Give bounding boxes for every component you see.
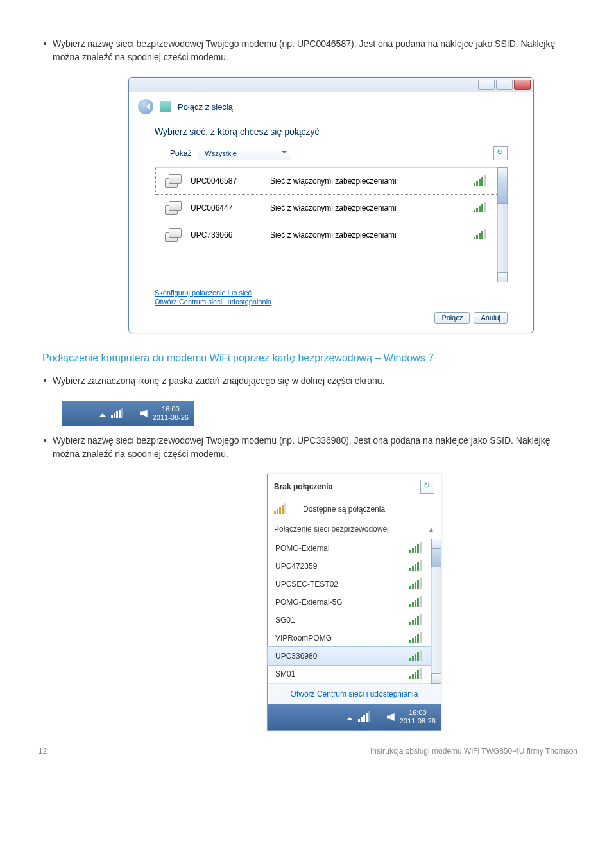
wifi-row[interactable]: UPC472359 <box>268 557 441 575</box>
tray-clock[interactable]: 16:00 2011-08-26 <box>153 405 189 422</box>
network-desc: Sieć z włączonymi zabezpieczeniami <box>270 230 465 239</box>
filter-select[interactable]: Wszystkie <box>198 146 291 160</box>
wifi-name: UPCSEC-TEST02 <box>275 580 409 589</box>
signal-icon <box>409 652 422 661</box>
scroll-up-arrow[interactable] <box>497 167 508 177</box>
available-label: Dostępne są połączenia <box>303 505 385 514</box>
wifi-row[interactable]: POMG-External-5G <box>268 593 441 611</box>
scroll-down-arrow[interactable] <box>497 272 508 282</box>
filter-row: Pokaż Wszystkie <box>170 146 508 160</box>
network-flyout: Brak połączenia Dostępne są połączenia P… <box>267 474 441 731</box>
dialog-title: Połącz z siecią <box>178 102 233 112</box>
tray-date: 2011-08-26 <box>400 717 436 725</box>
bullet-item: Wybierz zaznaczoną ikonę z paska zadań z… <box>44 374 578 388</box>
signal-warning-icon <box>274 505 286 514</box>
window-titlebar <box>129 78 533 92</box>
scroll-up-arrow[interactable] <box>431 539 441 549</box>
minimize-button[interactable] <box>478 80 495 90</box>
dialog-prompt: Wybierz sieć, z którą chcesz się połączy… <box>155 126 508 137</box>
cancel-button[interactable]: Anuluj <box>474 312 508 324</box>
volume-tray-icon[interactable] <box>387 713 395 721</box>
scrollbar[interactable] <box>497 168 507 282</box>
available-row: Dostępne są połączenia <box>268 499 441 519</box>
wifi-row[interactable]: UPCSEC-TEST02 <box>268 575 441 593</box>
wifi-row[interactable]: SG01 <box>268 611 441 629</box>
wireless-section-header[interactable]: Połączenie sieci bezprzewodowej ▲ <box>268 519 441 539</box>
network-tray-icon[interactable] <box>111 409 123 418</box>
network-desc: Sieć z włączonymi zabezpieczeniami <box>270 177 465 186</box>
network-ssid: UPC0046587 <box>191 177 261 186</box>
network-wizard-icon <box>160 101 171 112</box>
wifi-row[interactable]: POMG-External <box>268 539 441 557</box>
scroll-track[interactable] <box>498 204 507 273</box>
signal-icon <box>474 230 486 239</box>
scroll-thumb[interactable] <box>497 177 508 204</box>
dialog-header: Połącz z siecią <box>129 92 533 121</box>
signal-icon <box>409 580 422 589</box>
open-network-center-link[interactable]: Otwórz Centrum sieci i udostępniania <box>155 298 508 306</box>
show-hidden-icons[interactable] <box>99 410 106 417</box>
scroll-track[interactable] <box>432 567 441 674</box>
network-tray-icon[interactable] <box>358 713 370 722</box>
paragraph-3: Wybierz nazwę sieci bezprzewodowej Twoje… <box>53 434 578 461</box>
back-button[interactable] <box>138 99 153 114</box>
scroll-thumb[interactable] <box>431 548 441 567</box>
wifi-list: POMG-External UPC472359 UPCSEC-TEST02 PO… <box>268 539 441 683</box>
wifi-name: UPC336980 <box>275 652 409 661</box>
tray-clock[interactable]: 16:00 2011-08-26 <box>400 709 436 725</box>
filter-label: Pokaż <box>170 149 191 158</box>
network-desc: Sieć z włączonymi zabezpieczeniami <box>270 204 465 212</box>
refresh-button[interactable] <box>493 146 508 160</box>
refresh-button[interactable] <box>420 480 434 494</box>
tray-date: 2011-08-26 <box>153 413 189 422</box>
network-ssid: UPC733066 <box>191 230 261 239</box>
wifi-name: POMG-External <box>275 544 409 553</box>
dialog-links: Skonfiguruj połaczenie lub sieć Otwórz C… <box>155 289 508 306</box>
network-row[interactable]: UPC733066 Sieć z włączonymi zabezpieczen… <box>155 221 507 248</box>
bullet-dot <box>44 439 46 442</box>
network-row[interactable]: UPC006447 Sieć z włączonymi zabezpieczen… <box>155 195 507 221</box>
signal-icon <box>474 204 486 212</box>
network-row[interactable]: UPC0046587 Sieć z włączonymi zabezpiecze… <box>155 168 507 195</box>
paragraph-1: Wybierz nazwę sieci bezprzewodowej Twoje… <box>53 37 578 64</box>
tray-time: 16:00 <box>400 709 436 717</box>
maximize-button[interactable] <box>496 80 513 90</box>
wifi-name: UPC472359 <box>275 562 409 571</box>
connect-button[interactable]: Połącz <box>434 312 470 324</box>
paragraph-2: Wybierz zaznaczoną ikonę z paska zadań z… <box>53 374 384 388</box>
flyout-taskbar: 16:00 2011-08-26 <box>268 704 441 730</box>
network-ssid: UPC006447 <box>191 204 261 212</box>
taskbar-tray: 16:00 2011-08-26 <box>62 401 194 426</box>
volume-tray-icon[interactable] <box>140 410 148 417</box>
section-heading-win7: Podłączenie komputera do modemu WiFi pop… <box>42 352 578 364</box>
show-hidden-icons[interactable] <box>346 714 353 720</box>
open-network-center-link[interactable]: Otwórz Centrum sieci i udostępniania <box>268 683 441 704</box>
bullet-dot <box>44 42 46 45</box>
scroll-down-arrow[interactable] <box>431 673 441 684</box>
network-adapter-icon <box>165 228 182 242</box>
network-adapter-icon <box>165 201 182 215</box>
bullet-item: Wybierz nazwę sieci bezprzewodowej Twoje… <box>44 37 578 64</box>
signal-icon <box>474 177 486 186</box>
filter-value: Wszystkie <box>205 150 237 157</box>
wifi-row[interactable]: UPC336980 <box>267 646 441 666</box>
wifi-name: POMG-External-5G <box>275 598 409 607</box>
wifi-name: VIPRoomPOMG <box>275 634 409 643</box>
wifi-row[interactable]: VIPRoomPOMG <box>268 629 441 647</box>
wifi-name: SG01 <box>275 616 409 625</box>
network-list: UPC0046587 Sieć z włączonymi zabezpiecze… <box>155 167 508 282</box>
setup-connection-link[interactable]: Skonfiguruj połaczenie lub sieć <box>155 289 508 297</box>
signal-icon <box>409 616 422 625</box>
wifi-name: SM01 <box>275 670 409 679</box>
wifi-row[interactable]: SM01 <box>268 665 441 683</box>
vista-connect-dialog: Połącz z siecią Wybierz sieć, z którą ch… <box>128 77 534 333</box>
signal-icon <box>409 562 422 571</box>
scrollbar[interactable] <box>431 539 441 683</box>
bullet-item: Wybierz nazwę sieci bezprzewodowej Twoje… <box>44 434 578 461</box>
flyout-top: Brak połączenia <box>268 474 441 499</box>
close-button[interactable] <box>514 80 531 90</box>
no-connection-label: Brak połączenia <box>274 482 332 491</box>
page-number: 12 <box>38 747 47 756</box>
signal-icon <box>409 634 422 643</box>
page-footer: 12 Instrukcja obsługi modemu WiFi TWG850… <box>38 747 578 756</box>
